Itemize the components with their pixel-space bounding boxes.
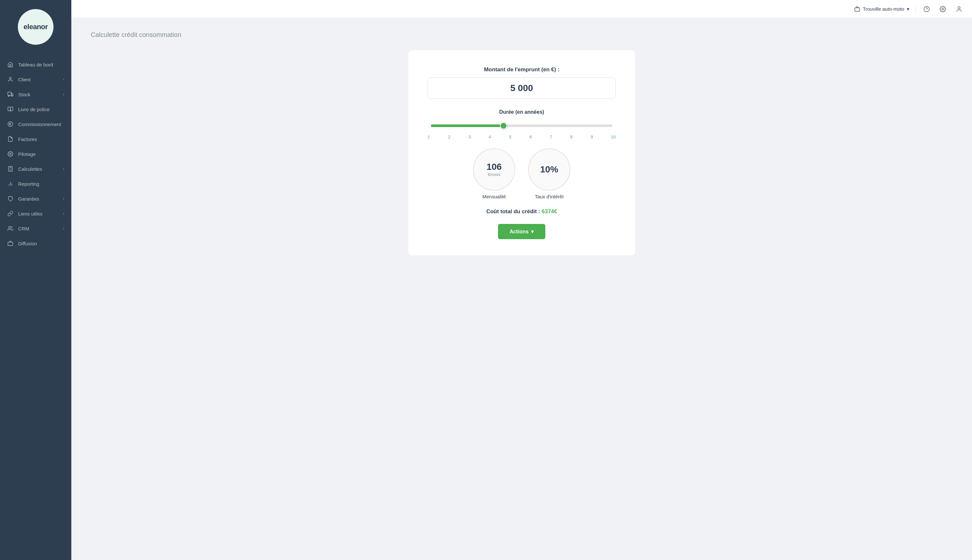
link-icon [7, 210, 13, 217]
euro-icon [7, 121, 13, 127]
car-icon [7, 91, 13, 98]
sidebar-item-factures[interactable]: Factures [0, 132, 71, 147]
file-icon [7, 136, 13, 142]
mensualite-circle: 106 €/mois [473, 148, 515, 190]
taux-value: 10% [540, 165, 558, 175]
sidebar-item-calculettes[interactable]: Calculettes › [0, 162, 71, 176]
sidebar-item-crm[interactable]: CRM › [0, 221, 71, 236]
content-area: Calculette crédit consommation Montant d… [71, 18, 972, 560]
duration-label: Durée (en années) [428, 109, 616, 115]
chevron-right-icon: › [63, 77, 64, 82]
chevron-right-icon: › [63, 92, 64, 97]
sidebar-item-liens-utiles[interactable]: Liens utiles › [0, 206, 71, 221]
sidebar-nav: Tableau de bord Client › Stock › Livre d… [0, 54, 71, 254]
tick-9: 9 [591, 135, 593, 139]
settings-button[interactable] [938, 4, 948, 14]
taux-circle: 10% [528, 148, 570, 190]
svg-rect-7 [8, 167, 12, 172]
sidebar-item-commissionnement[interactable]: Commissionnement [0, 117, 71, 132]
sidebar-label-diffusion: Diffusion [18, 241, 37, 246]
taux-label: Taux d'intérêt [535, 194, 564, 199]
shield-icon [7, 195, 13, 202]
slider-ticks: 1 2 3 4 5 6 7 8 9 10 [428, 135, 616, 139]
sidebar-item-garanties[interactable]: Garanties › [0, 191, 71, 206]
tick-8: 8 [570, 135, 573, 139]
mensualite-value: 106 [487, 162, 502, 172]
mensualite-label: Mensualité [483, 194, 506, 199]
svg-point-21 [924, 6, 930, 12]
company-selector[interactable]: Trouville auto-moto ▾ [854, 6, 909, 12]
sidebar-item-pilotage[interactable]: Pilotage [0, 147, 71, 162]
sidebar-label-livre-de-police: Livre de police [18, 107, 50, 112]
page-title: Calculette crédit consommation [91, 31, 952, 38]
sidebar-label-calculettes: Calculettes [18, 166, 42, 172]
help-button[interactable] [922, 4, 932, 14]
user-icon [7, 76, 13, 83]
company-name: Trouville auto-moto [863, 6, 904, 12]
tick-7: 7 [550, 135, 552, 139]
amount-input-wrapper [428, 77, 616, 99]
svg-rect-19 [8, 242, 13, 246]
svg-point-3 [11, 95, 13, 97]
mensualite-unit: €/mois [488, 172, 500, 177]
topbar: Trouville auto-moto ▾ [71, 0, 972, 18]
sidebar-item-livre-de-police[interactable]: Livre de police [0, 102, 71, 117]
logo-circle: eleanor [18, 9, 53, 45]
broadcast-icon [7, 240, 13, 247]
sidebar-logo: eleanor [0, 0, 71, 54]
chevron-right-icon: › [63, 211, 64, 216]
sidebar-item-stock[interactable]: Stock › [0, 87, 71, 102]
slider-container [428, 121, 616, 131]
sidebar-label-reporting: Reporting [18, 181, 39, 187]
svg-point-24 [958, 7, 960, 9]
tick-3: 3 [469, 135, 471, 139]
tick-4: 4 [489, 135, 491, 139]
actions-chevron: ▾ [531, 228, 534, 235]
bar-chart-icon [7, 180, 13, 187]
actions-button[interactable]: Actions ▾ [498, 224, 546, 239]
tick-10: 10 [611, 135, 615, 139]
svg-rect-1 [8, 92, 11, 95]
briefcase-icon [854, 6, 860, 12]
taux-item: 10% Taux d'intérêt [528, 148, 570, 199]
chevron-right-icon: › [63, 167, 64, 171]
calculator-icon [7, 166, 13, 172]
tick-6: 6 [529, 135, 532, 139]
main-area: Trouville auto-moto ▾ Calculette crédit … [71, 0, 972, 560]
sidebar-label-factures: Factures [18, 137, 37, 142]
sidebar-label-stock: Stock [18, 92, 30, 97]
amount-label: Montant de l'emprunt (en €) : [428, 67, 616, 73]
svg-point-6 [10, 153, 11, 155]
svg-point-18 [9, 226, 11, 228]
sidebar-item-client[interactable]: Client › [0, 72, 71, 87]
sidebar-label-tableau-de-bord: Tableau de bord [18, 62, 53, 67]
sidebar-item-diffusion[interactable]: Diffusion [0, 236, 71, 251]
home-icon [7, 61, 13, 68]
user-circle-icon [956, 6, 962, 12]
svg-point-0 [9, 77, 11, 79]
total-cost-label: Coût total du crédit : [486, 208, 540, 215]
sidebar: eleanor Tableau de bord Client › Stock › [0, 0, 71, 560]
svg-point-2 [8, 95, 9, 97]
chevron-right-icon: › [63, 226, 64, 231]
sidebar-label-pilotage: Pilotage [18, 151, 36, 157]
tick-2: 2 [448, 135, 450, 139]
circles-row: 106 €/mois Mensualité 10% Taux d'intérêt [428, 148, 616, 199]
sidebar-item-tableau-de-bord[interactable]: Tableau de bord [0, 57, 71, 72]
sidebar-label-garanties: Garanties [18, 196, 39, 202]
svg-rect-20 [855, 8, 860, 11]
total-cost-value: 6374€ [542, 208, 557, 215]
user-button[interactable] [954, 4, 964, 14]
amount-input[interactable] [428, 78, 615, 98]
help-circle-icon [924, 6, 930, 12]
tick-5: 5 [509, 135, 511, 139]
users-icon [7, 225, 13, 232]
sidebar-label-commissionnement: Commissionnement [18, 122, 61, 127]
book-icon [7, 106, 13, 112]
actions-label: Actions [510, 229, 529, 235]
chevron-right-icon: › [63, 197, 64, 201]
calculator-card: Montant de l'emprunt (en €) : Durée (en … [408, 50, 635, 255]
sidebar-item-reporting[interactable]: Reporting [0, 176, 71, 191]
mensualite-item: 106 €/mois Mensualité [473, 148, 515, 199]
actions-btn-wrapper: Actions ▾ [428, 224, 616, 239]
